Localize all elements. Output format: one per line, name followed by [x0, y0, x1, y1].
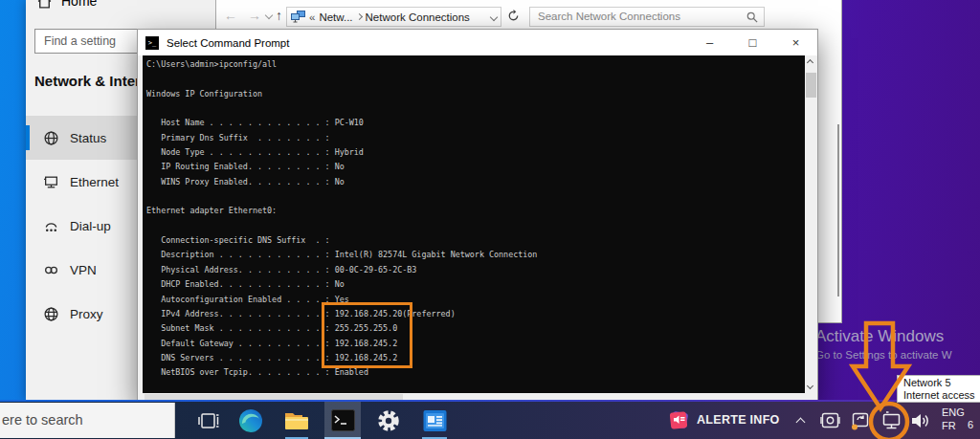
- address-bar[interactable]: « Netw... Network Connections: [286, 7, 501, 27]
- vertical-scroll-thumb[interactable]: [806, 73, 816, 98]
- breadcrumb-separator-icon: [356, 13, 363, 20]
- maximize-button[interactable]: □: [731, 30, 774, 55]
- settings-home-label: Home: [61, 0, 97, 9]
- cmd-window-title: Select Command Prompt: [167, 37, 688, 49]
- alerte-info-label[interactable]: ALERTE INFO: [697, 413, 780, 427]
- vpn-icon: [43, 262, 59, 278]
- cmd-app-icon: >_: [145, 36, 159, 50]
- ip-highlight-rectangle: [322, 302, 412, 368]
- selected-accent-bar: [26, 125, 30, 150]
- task-view-button[interactable]: [190, 402, 227, 439]
- news-app-icon: [423, 409, 447, 432]
- sidebar-item-label: Proxy: [70, 307, 103, 321]
- status-globe-icon: [43, 130, 59, 146]
- edge-icon: [238, 408, 263, 433]
- sidebar-item-label: Status: [70, 131, 106, 145]
- minimize-button[interactable]: –: [688, 30, 731, 55]
- address-dropdown-icon[interactable]: [490, 12, 498, 20]
- breadcrumb-current[interactable]: Network Connections: [366, 11, 470, 23]
- explorer-scrollbar[interactable]: [837, 124, 839, 296]
- forward-button[interactable]: →: [248, 8, 261, 23]
- news-app-button[interactable]: [416, 402, 453, 439]
- cmd-titlebar[interactable]: >_ Select Command Prompt – □ ×: [138, 30, 817, 55]
- command-prompt-button[interactable]: [324, 402, 361, 439]
- tablet-icon: [820, 411, 840, 429]
- annotation-circle: [866, 399, 914, 439]
- tray-overflow-button[interactable]: [791, 402, 810, 439]
- settings-home-item[interactable]: Home: [36, 0, 97, 11]
- file-explorer-button[interactable]: [278, 402, 315, 439]
- home-icon: [36, 0, 53, 10]
- breadcrumb-prefix[interactable]: «: [309, 11, 315, 23]
- chevron-up-icon: [795, 418, 805, 428]
- explorer-search-placeholder: Search Network Connections: [538, 11, 680, 22]
- network-folder-icon: [291, 11, 305, 23]
- close-button[interactable]: ×: [774, 30, 817, 55]
- command-prompt-window: >_ Select Command Prompt – □ × C:\Users\…: [137, 29, 818, 402]
- up-button[interactable]: ↑: [276, 8, 282, 23]
- alerte-info-tray-button[interactable]: [665, 402, 692, 439]
- sidebar-item-label: VPN: [70, 263, 97, 277]
- back-button[interactable]: ←: [224, 8, 237, 23]
- console-output-area: C:\Users\admin>ipconfig/all Windows IP C…: [143, 55, 805, 393]
- explorer-search-input[interactable]: Search Network Connections: [529, 7, 765, 27]
- ethernet-icon: [43, 174, 59, 190]
- cmd-vertical-scrollbar[interactable]: [805, 55, 817, 393]
- tray-device-button[interactable]: [817, 402, 842, 439]
- language-primary: ENG: [942, 406, 965, 419]
- taskbar-search-input[interactable]: ere to search: [0, 403, 175, 438]
- breadcrumb-collapsed[interactable]: Netw...: [319, 11, 352, 23]
- sidebar-item-label: Ethernet: [70, 175, 119, 189]
- proxy-globe-icon: [43, 306, 59, 322]
- history-dropdown-icon[interactable]: [265, 11, 273, 19]
- desktop: Home Find a setting Network & Internet S…: [0, 0, 980, 439]
- refresh-icon: [506, 9, 521, 23]
- alerte-info-icon: [668, 409, 690, 431]
- console-output-text: C:\Users\admin>ipconfig/all Windows IP C…: [143, 55, 805, 381]
- sidebar-item-label: Dial-up: [70, 219, 111, 233]
- language-secondary: FR: [942, 419, 965, 432]
- dialup-phone-icon: [43, 218, 59, 234]
- language-indicator[interactable]: ENG FR: [942, 406, 965, 432]
- taskbar: ere to search: [0, 402, 980, 439]
- task-view-icon: [197, 410, 220, 431]
- search-icon[interactable]: [746, 11, 758, 23]
- scroll-up-icon[interactable]: [807, 59, 813, 66]
- settings-button[interactable]: [370, 402, 407, 439]
- gear-icon: [376, 408, 401, 433]
- tray-clock[interactable]: 6: [968, 419, 973, 430]
- scroll-down-icon[interactable]: [807, 383, 813, 389]
- edge-button[interactable]: [233, 402, 269, 439]
- refresh-button[interactable]: [506, 9, 521, 27]
- command-prompt-icon: [331, 409, 355, 431]
- file-explorer-icon: [284, 410, 309, 431]
